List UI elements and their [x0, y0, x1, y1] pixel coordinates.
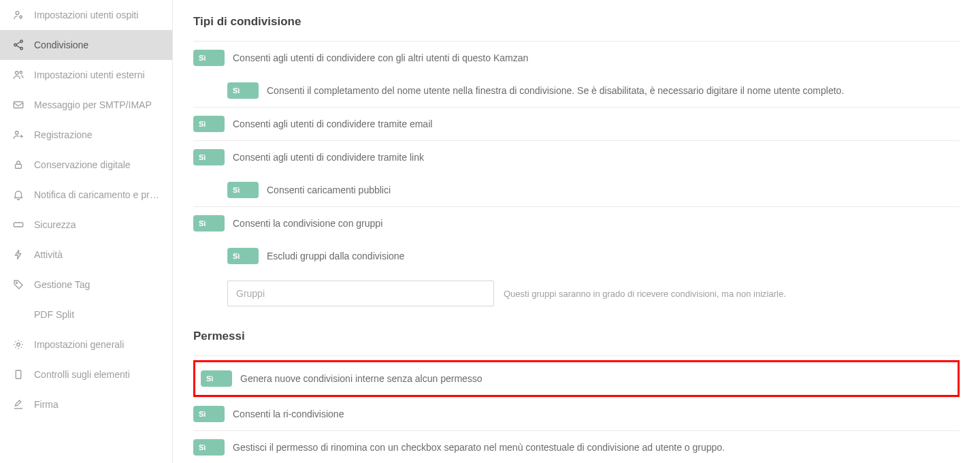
- svg-point-6: [20, 71, 22, 74]
- setting-row-allow-resharing: Sì Consenti la ri-condivisione: [193, 397, 960, 431]
- svg-rect-7: [14, 102, 23, 108]
- sidebar-item-label: Gestione Tag: [34, 279, 90, 290]
- svg-point-5: [16, 71, 19, 75]
- section-title-permissions: Permessi: [193, 330, 960, 343]
- svg-point-11: [16, 282, 17, 283]
- sidebar-item-label: Messaggio per SMTP/IMAP: [34, 99, 152, 110]
- setting-row-share-groups: Sì Consenti la condivisione con gruppi: [193, 207, 960, 240]
- mail-icon: [12, 99, 24, 111]
- setting-text: Consenti il completamento del nome utent…: [267, 84, 844, 98]
- setting-row-username-completion: Sì Consenti il completamento del nome ut…: [193, 74, 960, 108]
- sidebar-item-activity[interactable]: Attività: [0, 240, 172, 270]
- setting-row-share-link: Sì Consenti agli utenti di condividere t…: [193, 141, 960, 174]
- sidebar-item-label: PDF Split: [34, 309, 74, 320]
- svg-rect-13: [16, 370, 21, 379]
- user-config-icon: [12, 9, 24, 21]
- setting-text: Gestisci il permesso di rinomina con un …: [233, 441, 725, 455]
- users-icon: [12, 69, 24, 81]
- share-icon: [12, 39, 24, 51]
- svg-point-3: [14, 44, 16, 46]
- setting-row-exclude-groups: Sì Escludi gruppi dalla condivisione: [193, 240, 960, 272]
- setting-text: Consenti la condivisione con gruppi: [233, 217, 382, 231]
- toggle-rename-permission[interactable]: Sì: [193, 439, 225, 456]
- bolt-icon: [12, 249, 24, 261]
- toggle-allow-resharing[interactable]: Sì: [193, 406, 225, 422]
- sidebar-item-general-settings[interactable]: Impostazioni generali: [0, 330, 172, 360]
- sidebar-item-upload-notify[interactable]: Notifica di caricamento e presa …: [0, 180, 172, 210]
- sidebar-item-label: Impostazioni utenti ospiti: [34, 10, 138, 20]
- section-title-sharing-types: Tipi di condivisione: [193, 15, 960, 29]
- toggle-share-users[interactable]: Sì: [193, 50, 225, 66]
- sidebar-item-registration[interactable]: Registrazione: [0, 120, 172, 150]
- sidebar-item-label: Firma: [34, 399, 59, 410]
- setting-row-rename-permission: Sì Gestisci il permesso di rinomina con …: [193, 431, 960, 463]
- sidebar-item-smtp-imap[interactable]: Messaggio per SMTP/IMAP: [0, 90, 172, 120]
- toggle-generate-internal-shares[interactable]: Sì: [201, 370, 232, 387]
- svg-point-4: [20, 48, 22, 50]
- setting-text: Consenti agli utenti di condividere con …: [233, 51, 528, 65]
- svg-point-12: [17, 343, 20, 347]
- sidebar-item-security[interactable]: Sicurezza: [0, 210, 172, 240]
- sidebar-item-label: Impostazioni generali: [34, 339, 124, 350]
- groups-input-row: Questi gruppi saranno in grado di riceve…: [193, 272, 960, 315]
- svg-point-2: [20, 40, 22, 42]
- blank-icon: [12, 308, 24, 321]
- toggle-share-link[interactable]: Sì: [193, 149, 225, 165]
- setting-text: Consenti caricamenti pubblici: [267, 183, 391, 197]
- tag-icon: [12, 278, 24, 291]
- sidebar-item-sharing[interactable]: Condivisione: [0, 30, 172, 60]
- setting-text: Escludi gruppi dalla condivisione: [267, 249, 404, 264]
- setting-text: Consenti agli utenti di condividere tram…: [233, 150, 424, 165]
- lock-icon: [12, 159, 24, 171]
- setting-text: Genera nuove condivisioni interne senza …: [240, 372, 483, 386]
- sidebar-item-label: Sicurezza: [34, 219, 76, 230]
- file-icon: [12, 368, 24, 381]
- toggle-exclude-groups[interactable]: Sì: [227, 248, 259, 264]
- setting-text: Consenti la ri-condivisione: [233, 407, 344, 421]
- sidebar-item-signature[interactable]: Firma: [0, 389, 172, 419]
- sidebar-item-label: Notifica di caricamento e presa …: [34, 189, 160, 200]
- svg-rect-9: [16, 164, 22, 168]
- gear-icon: [12, 338, 24, 351]
- toggle-public-uploads[interactable]: Sì: [227, 182, 259, 198]
- toggle-share-email[interactable]: Sì: [193, 116, 225, 132]
- highlighted-permission: Sì Genera nuove condivisioni interne sen…: [193, 360, 960, 397]
- sidebar-item-tag-management[interactable]: Gestione Tag: [0, 270, 172, 300]
- sidebar-item-pdf-split[interactable]: PDF Split: [0, 300, 172, 330]
- signature-icon: [12, 398, 24, 411]
- sidebar-item-label: Conservazione digitale: [34, 159, 131, 170]
- sidebar-item-label: Controlli sugli elementi: [34, 369, 130, 380]
- sidebar-item-guest-users[interactable]: Impostazioni utenti ospiti: [0, 0, 172, 30]
- sidebar: Impostazioni utenti ospiti Condivisione …: [0, 0, 173, 463]
- sidebar-item-external-users[interactable]: Impostazioni utenti esterni: [0, 60, 172, 90]
- sidebar-item-digital-preservation[interactable]: Conservazione digitale: [0, 150, 172, 180]
- sidebar-item-label: Registrazione: [34, 129, 93, 140]
- sidebar-item-label: Attività: [34, 249, 63, 260]
- svg-point-0: [16, 12, 19, 15]
- setting-row-share-users: Sì Consenti agli utenti di condividere c…: [193, 42, 960, 74]
- svg-point-8: [16, 131, 19, 135]
- user-plus-icon: [12, 129, 24, 141]
- groups-input[interactable]: [227, 281, 494, 306]
- sidebar-item-element-controls[interactable]: Controlli sugli elementi: [0, 360, 172, 389]
- main-content: Tipi di condivisione Sì Consenti agli ut…: [173, 0, 980, 463]
- setting-row-share-email: Sì Consenti agli utenti di condividere t…: [193, 108, 960, 141]
- keyboard-icon: [12, 219, 24, 231]
- bell-icon: [12, 189, 24, 201]
- sidebar-item-label: Condivisione: [34, 39, 88, 50]
- toggle-share-groups[interactable]: Sì: [193, 215, 225, 232]
- sidebar-item-label: Impostazioni utenti esterni: [34, 69, 145, 80]
- groups-hint: Questi gruppi saranno in grado di riceve…: [504, 289, 786, 299]
- toggle-username-completion[interactable]: Sì: [227, 82, 259, 99]
- setting-text: Consenti agli utenti di condividere tram…: [233, 117, 432, 131]
- divider: [193, 355, 960, 356]
- setting-row-public-uploads: Sì Consenti caricamenti pubblici: [193, 174, 960, 207]
- setting-row-generate-internal-shares: Sì Genera nuove condivisioni interne sen…: [197, 364, 956, 394]
